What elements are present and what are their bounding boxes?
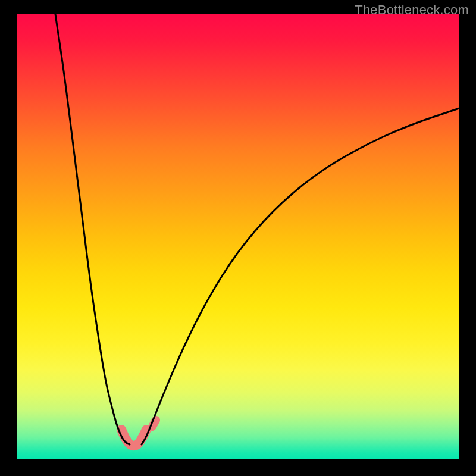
right-curve-path	[142, 108, 459, 444]
trough-highlight-path	[121, 430, 146, 446]
trough-dot-path	[152, 420, 156, 427]
chart-plot-area	[17, 14, 459, 459]
left-curve-path	[55, 14, 130, 444]
watermark-text: TheBottleneck.com	[355, 2, 469, 18]
chart-svg	[17, 14, 459, 459]
